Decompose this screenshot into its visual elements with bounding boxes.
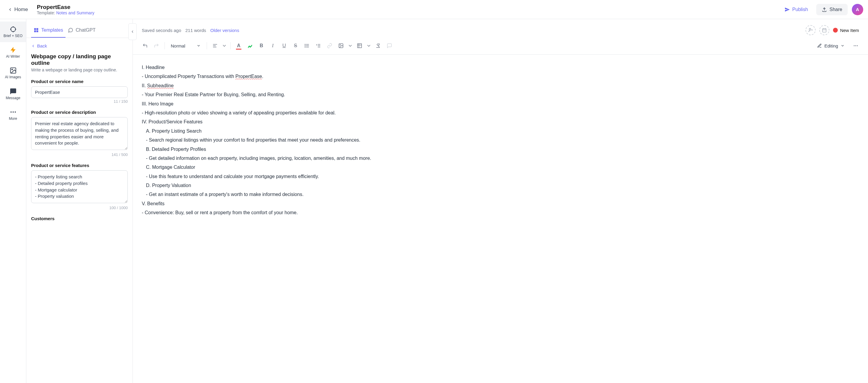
doc-line: III. Hero Image: [142, 100, 859, 108]
text-color-button[interactable]: A: [234, 41, 244, 51]
template-link[interactable]: Notes and Summary: [56, 10, 95, 15]
align-left-icon: [212, 43, 218, 48]
back-label: Back: [37, 43, 47, 48]
templates-icon: [33, 28, 39, 33]
panel-tabs: Templates ChatGPT: [26, 19, 132, 38]
rail-ai-images[interactable]: AI Images: [0, 63, 26, 83]
rail-message[interactable]: Message: [0, 84, 26, 104]
editing-mode-select[interactable]: Editing: [814, 41, 848, 50]
home-link[interactable]: Home: [5, 5, 31, 14]
rail-brief-seo[interactable]: Brief + SEO: [0, 22, 26, 42]
doc-line: - Convenience: Buy, sell or rent a prope…: [142, 208, 859, 217]
saved-status: Saved seconds ago: [142, 28, 181, 33]
upload-icon: [822, 7, 827, 12]
link-button[interactable]: [324, 41, 335, 51]
italic-button[interactable]: I: [268, 41, 278, 51]
svg-point-8: [10, 111, 12, 113]
comment-button[interactable]: [384, 41, 395, 51]
strikethrough-icon: S: [294, 43, 297, 48]
redo-icon: [154, 43, 159, 48]
field-product-name: Product or service name 11 / 150: [31, 79, 128, 104]
toolbar-separator: [164, 42, 165, 49]
image-icon: [9, 67, 17, 74]
svg-point-28: [305, 44, 305, 45]
editing-mode-label: Editing: [824, 43, 838, 48]
add-date-button[interactable]: [819, 25, 829, 35]
toolbar: Normal A B I U S: [133, 38, 868, 55]
svg-point-30: [305, 47, 305, 47]
doc-line: - Your Premier Real Estate Partner for B…: [142, 90, 859, 99]
list-bullet-icon: [304, 43, 310, 48]
share-label: Share: [829, 7, 842, 12]
bold-button[interactable]: B: [256, 41, 267, 51]
product-description-input[interactable]: Premier real estate agency dedicated to …: [31, 117, 128, 150]
calendar-icon: [822, 28, 827, 33]
bullet-list-button[interactable]: [302, 41, 312, 51]
toolbar-more-button[interactable]: [851, 41, 861, 51]
doc-line: - Get detailed information on each prope…: [142, 154, 859, 163]
underline-button[interactable]: U: [279, 41, 289, 51]
align-dropdown[interactable]: [221, 41, 227, 51]
new-item-badge[interactable]: New Item: [833, 28, 859, 33]
rail-label: Message: [6, 96, 20, 100]
doc-line: B. Detailed Property Profiles: [142, 145, 859, 154]
chevron-down-icon: [840, 44, 845, 48]
add-user-button[interactable]: [805, 25, 816, 35]
tab-templates-label: Templates: [41, 28, 63, 33]
rail-ai-writer[interactable]: AI Writer: [0, 42, 26, 63]
left-rail: Brief + SEO AI Writer AI Images Message …: [0, 19, 26, 383]
doc-line: II. Subheadline: [142, 81, 859, 90]
undo-button[interactable]: [140, 41, 150, 51]
older-versions-link[interactable]: Older versions: [210, 28, 239, 33]
rail-label: Brief + SEO: [4, 34, 23, 38]
undo-icon: [143, 43, 148, 48]
product-name-input[interactable]: [31, 86, 128, 98]
side-panel: Templates ChatGPT Back Webpage copy / la…: [26, 19, 133, 383]
field-product-features: Product or service features - Property l…: [31, 163, 128, 210]
doc-line: I. Headline: [142, 63, 859, 72]
highlight-button[interactable]: [245, 41, 255, 51]
chat-icon: [68, 28, 73, 33]
doc-line: V. Benefits: [142, 199, 859, 208]
svg-rect-36: [358, 44, 362, 48]
char-counter: 100 / 1000: [31, 206, 128, 210]
dots-icon: [9, 108, 17, 116]
table-dropdown[interactable]: [366, 41, 372, 51]
page-title: PropertEase: [37, 4, 94, 10]
strikethrough-button[interactable]: S: [290, 41, 301, 51]
svg-point-15: [809, 28, 811, 30]
doc-line: - Search regional listings within your c…: [142, 136, 859, 145]
image-dropdown[interactable]: [347, 41, 353, 51]
align-button[interactable]: [210, 41, 220, 51]
rail-label: AI Writer: [6, 55, 20, 59]
svg-point-9: [12, 111, 14, 113]
svg-rect-14: [36, 31, 38, 32]
clear-format-button[interactable]: [373, 41, 383, 51]
publish-button[interactable]: Publish: [780, 4, 812, 14]
collapse-panel-button[interactable]: [128, 23, 137, 40]
svg-point-10: [14, 111, 16, 113]
redo-button[interactable]: [151, 41, 161, 51]
table-button[interactable]: [354, 41, 365, 51]
svg-rect-11: [34, 28, 36, 30]
format-select[interactable]: Normal: [168, 41, 204, 50]
doc-line: - High-resolution photo or video showing…: [142, 108, 859, 117]
underline-icon: U: [282, 43, 286, 48]
tab-chatgpt[interactable]: ChatGPT: [65, 25, 98, 38]
chevron-left-icon: [31, 44, 35, 48]
image-button[interactable]: [336, 41, 346, 51]
product-features-input[interactable]: - Property listing search - Detailed pro…: [31, 170, 128, 203]
home-label: Home: [14, 7, 28, 12]
chevron-left-icon: [130, 30, 134, 34]
rail-more[interactable]: More: [0, 104, 26, 125]
document-body[interactable]: I. Headline - Uncomplicated Property Tra…: [133, 55, 868, 226]
target-icon: [9, 26, 17, 33]
tab-templates[interactable]: Templates: [31, 25, 65, 38]
share-button[interactable]: Share: [816, 4, 848, 15]
avatar[interactable]: A: [852, 4, 863, 15]
field-label: Customers: [31, 216, 128, 221]
number-list-button[interactable]: [313, 41, 323, 51]
back-button[interactable]: Back: [31, 43, 128, 48]
publish-label: Publish: [792, 7, 808, 12]
rail-label: AI Images: [5, 75, 21, 79]
